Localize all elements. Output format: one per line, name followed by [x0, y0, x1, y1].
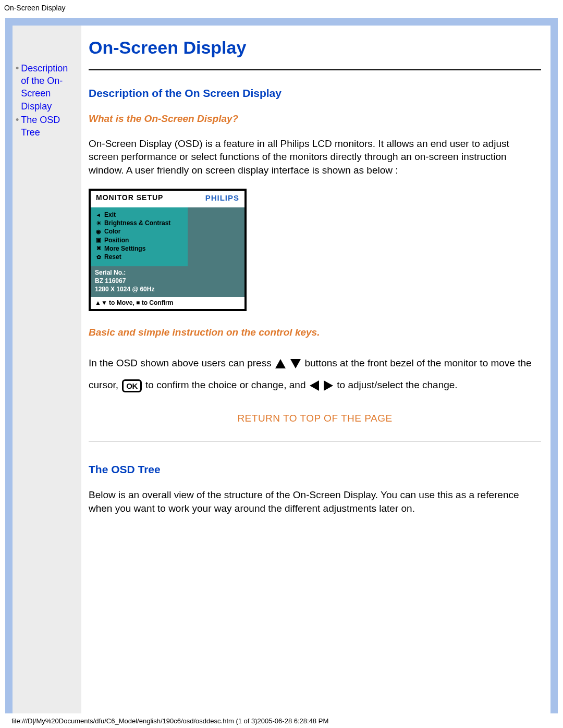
main-content: On-Screen Display Description of the On …: [81, 26, 550, 713]
osd-menu-item: ▣Position: [95, 236, 183, 244]
left-arrow-icon: [310, 380, 319, 391]
osd-screenshot-panel: MONITOR SETUP PHILIPS ◂Exit ✳Brightness …: [89, 189, 247, 311]
serial-value: BZ 116067: [95, 277, 240, 285]
osd-menu-item: ◂Exit: [95, 211, 183, 219]
return-to-top-link[interactable]: RETURN TO TOP OF THE PAGE: [89, 412, 541, 425]
down-arrow-icon: [290, 359, 301, 368]
content-frame: • Description of the On-Screen Display •…: [5, 18, 558, 713]
sidebar-item-osd-tree[interactable]: • The OSD Tree: [16, 114, 78, 139]
divider: [89, 441, 541, 441]
osd-menu-item: ✿Reset: [95, 253, 183, 261]
instr-text: In the OSD shown above users can press: [89, 357, 272, 368]
osd-menu-list: ◂Exit ✳Brightness & Contrast ◉Color ▣Pos…: [91, 207, 188, 266]
osd-serial-block: Serial No.: BZ 116067 1280 X 1024 @ 60Hz: [91, 266, 244, 297]
osd-body: ◂Exit ✳Brightness & Contrast ◉Color ▣Pos…: [91, 207, 244, 266]
osd-fill-area: [188, 207, 244, 266]
osd-title: MONITOR SETUP: [96, 193, 163, 203]
subheading-what-is-osd: What is the On-Screen Display?: [89, 112, 541, 126]
page-title: On-Screen Display: [89, 36, 541, 60]
section-heading-osd-tree: The OSD Tree: [89, 462, 541, 477]
subheading-instructions: Basic and simple instruction on the cont…: [89, 326, 541, 339]
osd-header: MONITOR SETUP PHILIPS: [91, 191, 244, 207]
instr-text: to confirm the choice or change, and: [145, 379, 305, 390]
osd-hint-bar: ▲▼ to Move, ■ to Confirm: [91, 297, 244, 309]
osd-menu-item: ◉Color: [95, 227, 183, 236]
divider: [89, 69, 541, 70]
window-title: On-Screen Display: [0, 0, 563, 18]
bullet-icon: •: [16, 62, 19, 113]
paragraph-controls: In the OSD shown above users can press b…: [89, 352, 541, 396]
paragraph-description: On-Screen Display (OSD) is a feature in …: [89, 137, 541, 177]
instr-text: to adjust/select the change.: [337, 379, 457, 390]
osd-menu-item: ✳Brightness & Contrast: [95, 219, 183, 227]
section-heading-description: Description of the On Screen Display: [89, 86, 541, 101]
nav-link-label: Description of the On-Screen Display: [21, 62, 78, 113]
up-arrow-icon: [275, 359, 286, 368]
footer-file-path: file:///D|/My%20Documents/dfu/C6_Model/e…: [0, 713, 563, 728]
paragraph-osd-tree: Below is an overall view of the structur…: [89, 488, 541, 515]
nav-link-label: The OSD Tree: [21, 114, 78, 139]
bullet-icon: •: [16, 114, 19, 139]
brand-logo: PHILIPS: [205, 193, 239, 203]
ok-button-icon: OK: [122, 379, 142, 392]
sidebar-item-description[interactable]: • Description of the On-Screen Display: [16, 62, 78, 113]
resolution-value: 1280 X 1024 @ 60Hz: [95, 285, 240, 293]
right-arrow-icon: [324, 380, 333, 391]
osd-menu-item: ✖More Settings: [95, 244, 183, 253]
sidebar-nav: • Description of the On-Screen Display •…: [13, 26, 81, 713]
serial-label: Serial No.:: [95, 268, 240, 277]
